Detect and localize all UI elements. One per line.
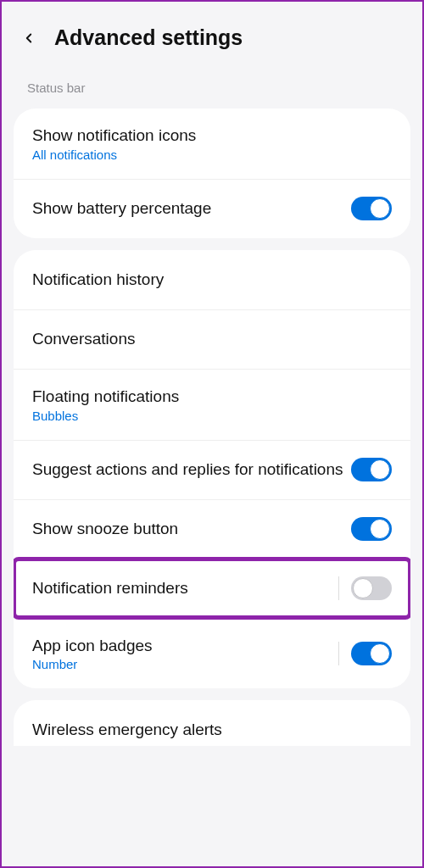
row-subtitle: Number	[32, 657, 338, 671]
row-app-icon-badges[interactable]: App icon badges Number	[14, 618, 410, 689]
row-title: Suggest actions and replies for notifica…	[32, 459, 351, 480]
row-show-notification-icons[interactable]: Show notification icons All notification…	[14, 108, 410, 179]
toggle-show-snooze[interactable]	[351, 517, 392, 541]
row-wireless-emergency-alerts[interactable]: Wireless emergency alerts	[14, 700, 410, 746]
page-title: Advanced settings	[54, 25, 243, 50]
toggle-suggest-actions[interactable]	[351, 458, 392, 481]
row-notification-reminders[interactable]: Notification reminders	[14, 559, 410, 618]
row-conversations[interactable]: Conversations	[14, 309, 410, 369]
section-status-bar-label: Status bar	[2, 65, 422, 102]
row-floating-notifications[interactable]: Floating notifications Bubbles	[14, 369, 410, 440]
row-title: Wireless emergency alerts	[32, 721, 222, 738]
row-title: Floating notifications	[32, 387, 392, 407]
row-title: Conversations	[32, 329, 392, 349]
row-title: Show snooze button	[32, 519, 351, 539]
row-subtitle: Bubbles	[32, 409, 392, 423]
row-show-battery-percentage[interactable]: Show battery percentage	[14, 179, 410, 238]
notifications-card: Notification history Conversations Float…	[14, 250, 410, 689]
row-suggest-actions[interactable]: Suggest actions and replies for notifica…	[14, 440, 410, 499]
toggle-app-icon-badges[interactable]	[351, 642, 392, 665]
toggle-battery-percentage[interactable]	[351, 197, 392, 220]
divider	[338, 576, 339, 600]
back-icon[interactable]	[19, 28, 39, 48]
row-title: Notification history	[32, 270, 392, 290]
row-title: App icon badges	[32, 636, 338, 656]
divider	[338, 642, 339, 665]
row-notification-history[interactable]: Notification history	[14, 250, 410, 309]
row-subtitle: All notifications	[32, 147, 392, 162]
row-title: Show notification icons	[32, 125, 392, 146]
toggle-notification-reminders[interactable]	[351, 576, 392, 600]
status-bar-card: Show notification icons All notification…	[14, 108, 410, 238]
row-title: Notification reminders	[32, 578, 338, 598]
row-title: Show battery percentage	[32, 198, 351, 219]
row-show-snooze-button[interactable]: Show snooze button	[14, 499, 410, 559]
